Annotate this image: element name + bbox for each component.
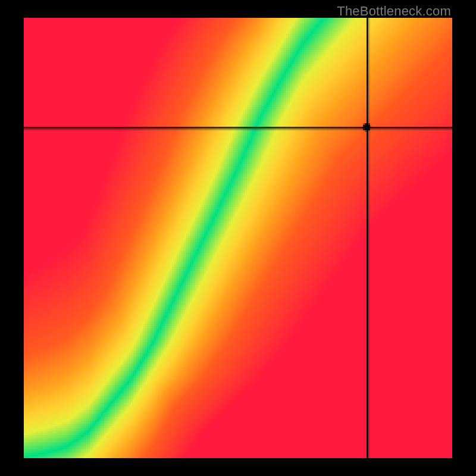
chart-frame: TheBottleneck.com: [0, 0, 476, 476]
watermark-text: TheBottleneck.com: [337, 4, 451, 19]
bottleneck-heatmap: [24, 18, 452, 458]
